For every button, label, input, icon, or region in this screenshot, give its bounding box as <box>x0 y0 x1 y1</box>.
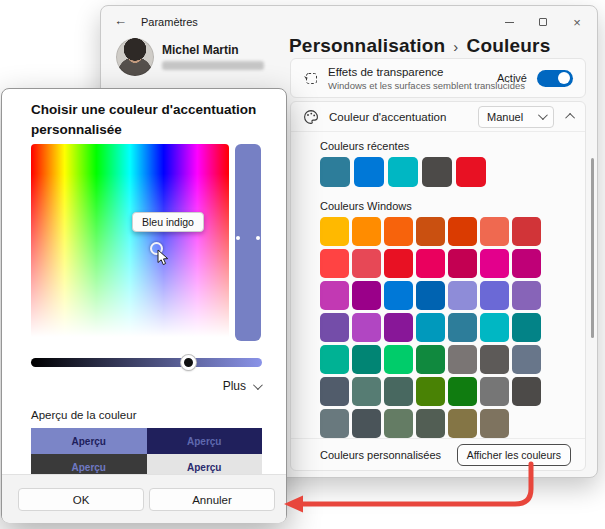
custom-colors-label: Couleurs personnalisées <box>320 449 441 461</box>
accent-color-body: Couleurs récentes Couleurs Windows <box>291 132 585 438</box>
color-swatch[interactable] <box>448 345 477 374</box>
color-swatch[interactable] <box>448 313 477 342</box>
chevron-down-icon <box>253 380 263 390</box>
collapse-chevron-icon[interactable] <box>565 113 575 123</box>
ok-button[interactable]: OK <box>18 488 144 511</box>
color-swatch[interactable] <box>384 281 413 310</box>
color-swatch[interactable] <box>384 217 413 246</box>
color-swatch[interactable] <box>352 409 381 438</box>
color-swatch[interactable] <box>320 313 349 342</box>
minimize-icon <box>505 22 514 23</box>
color-swatch[interactable] <box>416 345 445 374</box>
color-swatch[interactable] <box>480 281 509 310</box>
preview-cell: Aperçu <box>31 454 147 474</box>
color-swatch[interactable] <box>480 249 509 278</box>
accent-color-card: Couleur d'accentuation Manuel Couleurs r… <box>290 101 586 471</box>
color-swatch[interactable] <box>352 377 381 406</box>
color-swatch[interactable] <box>512 377 541 406</box>
color-swatch[interactable] <box>320 345 349 374</box>
color-swatch[interactable] <box>416 409 445 438</box>
color-swatch[interactable] <box>422 157 452 187</box>
recent-colors <box>320 157 585 187</box>
color-swatch[interactable] <box>384 377 413 406</box>
minimize-button[interactable] <box>497 12 521 32</box>
accent-mode-dropdown[interactable]: Manuel <box>478 106 554 128</box>
color-swatch[interactable] <box>448 377 477 406</box>
saturation-gradient-area[interactable] <box>31 144 229 341</box>
breadcrumb-parent[interactable]: Personnalisation <box>289 35 445 57</box>
scrollbar[interactable] <box>591 158 594 338</box>
preview-cell: Aperçu <box>31 428 147 454</box>
color-swatch[interactable] <box>384 249 413 278</box>
color-swatch[interactable] <box>320 409 349 438</box>
color-swatch[interactable] <box>384 345 413 374</box>
avatar <box>116 38 154 76</box>
color-swatch[interactable] <box>480 409 509 438</box>
color-swatch[interactable] <box>480 377 509 406</box>
color-swatch[interactable] <box>448 409 477 438</box>
color-swatch[interactable] <box>480 313 509 342</box>
color-swatch[interactable] <box>480 345 509 374</box>
more-expander[interactable]: Plus <box>223 379 260 393</box>
color-swatch[interactable] <box>480 217 509 246</box>
toggle-status-label: Activé <box>497 72 527 84</box>
back-button[interactable]: ← <box>114 13 127 28</box>
color-swatch[interactable] <box>416 281 445 310</box>
color-swatch[interactable] <box>352 281 381 310</box>
color-swatch[interactable] <box>448 249 477 278</box>
color-swatch[interactable] <box>320 217 349 246</box>
windows-colors <box>320 217 585 438</box>
maximize-button[interactable] <box>531 12 555 32</box>
color-swatch[interactable] <box>352 217 381 246</box>
color-swatch[interactable] <box>416 217 445 246</box>
brightness-slider-thumb[interactable] <box>181 355 196 370</box>
value-slider[interactable] <box>235 144 261 341</box>
brightness-slider[interactable] <box>31 358 262 367</box>
color-swatch[interactable] <box>416 377 445 406</box>
color-swatch[interactable] <box>384 409 413 438</box>
dialog-title: Choisir une couleur d'accentuation perso… <box>31 100 267 141</box>
windows-colors-label: Couleurs Windows <box>320 200 585 212</box>
accent-color-header[interactable]: Couleur d'accentuation Manuel <box>291 102 585 132</box>
color-swatch[interactable] <box>354 157 384 187</box>
custom-colors-row: Couleurs personnalisées Afficher les cou… <box>291 438 585 470</box>
transparency-toggle[interactable] <box>537 70 573 87</box>
color-swatch[interactable] <box>320 249 349 278</box>
transparency-effects-icon <box>303 71 318 86</box>
color-swatch[interactable] <box>384 313 413 342</box>
show-colors-button[interactable]: Afficher les couleurs <box>457 444 571 466</box>
page-title: Couleurs <box>467 35 551 57</box>
color-swatch[interactable] <box>352 345 381 374</box>
mouse-cursor-icon <box>157 249 170 267</box>
accent-color-label: Couleur d'accentuation <box>329 111 478 123</box>
breadcrumb: Personnalisation › Couleurs <box>289 35 550 57</box>
dialog-footer: OK Annuler <box>2 474 286 523</box>
color-swatch[interactable] <box>512 313 541 342</box>
transparency-title: Effets de transparence <box>328 66 497 78</box>
toggle-knob <box>558 72 570 84</box>
color-swatch[interactable] <box>456 157 486 187</box>
color-swatch[interactable] <box>320 377 349 406</box>
color-swatch[interactable] <box>512 217 541 246</box>
color-name-tooltip: Bleu indigo <box>132 212 204 232</box>
color-swatch[interactable] <box>352 249 381 278</box>
color-swatch[interactable] <box>320 157 350 187</box>
close-button[interactable]: × <box>565 12 589 32</box>
palette-icon <box>303 109 319 125</box>
color-swatch[interactable] <box>512 281 541 310</box>
more-label: Plus <box>223 379 246 393</box>
color-swatch[interactable] <box>512 345 541 374</box>
color-swatch[interactable] <box>416 249 445 278</box>
color-swatch[interactable] <box>352 313 381 342</box>
color-swatch[interactable] <box>416 313 445 342</box>
color-swatch[interactable] <box>448 217 477 246</box>
color-swatch[interactable] <box>448 281 477 310</box>
chevron-down-icon <box>538 110 548 120</box>
color-swatch[interactable] <box>512 249 541 278</box>
accent-mode-value: Manuel <box>487 111 523 123</box>
preview-cell: Aperçu <box>147 428 263 454</box>
transparency-effects-row: Effets de transparence Windows et les su… <box>290 58 586 98</box>
color-swatch[interactable] <box>320 281 349 310</box>
cancel-button[interactable]: Annuler <box>149 488 275 511</box>
color-swatch[interactable] <box>388 157 418 187</box>
